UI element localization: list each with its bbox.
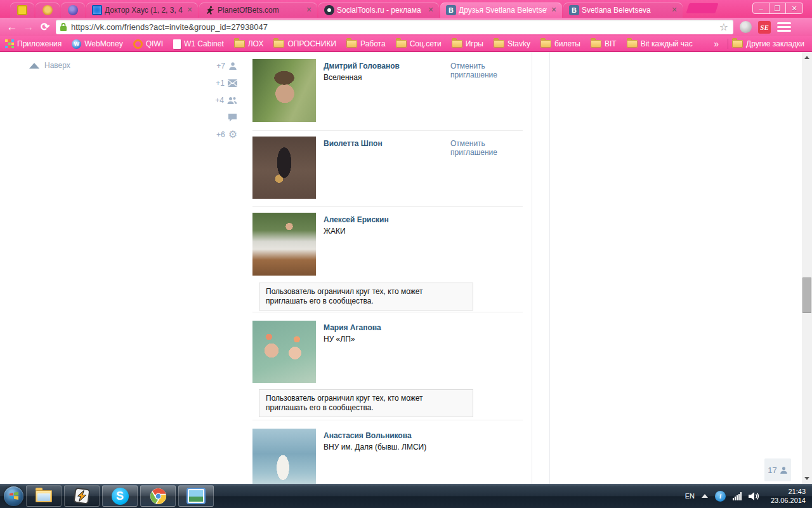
friend-info: НУ «ЛП» [324,335,355,344]
close-button[interactable]: ✕ [786,3,802,13]
cancel-invite-link[interactable]: Отменить приглашение [450,139,509,157]
start-button[interactable] [4,486,23,506]
bookmark-label: Игры [466,39,483,48]
taskbar-skype-button[interactable]: S [102,485,138,507]
network-signal-icon[interactable] [733,492,742,500]
bookmark-label: Stavky [508,39,530,48]
close-icon[interactable]: ✕ [304,6,313,15]
folder-icon [234,40,245,48]
close-icon[interactable]: ✕ [670,6,679,15]
restore-button[interactable]: ❐ [769,3,786,13]
tab-socialtools[interactable]: SocialTools.ru - реклама ✕ [318,3,439,18]
show-hidden-icons[interactable] [702,494,708,498]
violet-globe-icon [68,5,78,15]
scroll-down-icon[interactable] [804,477,809,480]
friend-info: Вселенная [324,73,362,82]
counter-profile[interactable]: +7 [216,62,237,70]
bookmark-folder-bilety[interactable]: билеты [540,39,580,48]
back-to-top-link[interactable]: Наверх [29,61,70,70]
info-tray-icon[interactable]: i [715,491,726,502]
friend-name-link[interactable]: Мария Агапова [324,323,381,332]
chrome-icon [150,488,167,505]
bookmark-webmoney[interactable]: W WebMoney [72,39,122,49]
bookmark-label: билеты [554,39,580,48]
reload-button[interactable]: ⟳ [37,20,53,35]
cancel-invite-link[interactable]: Отменить приглашение [450,62,509,79]
volume-icon[interactable] [749,491,760,501]
friends-icon [227,96,237,105]
tab-vk-profile[interactable]: B Svetlana Belevtseva ✕ [563,3,683,18]
bookmark-folder-socseti[interactable]: Соц.сети [396,39,442,48]
other-bookmarks-button[interactable]: Другие закладки [732,39,804,48]
profile-photo[interactable] [252,213,316,276]
tab-vk-friends-active[interactable]: B Друзья Svetlana Belevtseva ✕ [440,3,562,18]
page-scrollbar[interactable] [802,52,812,484]
tab-doktor-haus[interactable]: Доктор Хаус (1, 2, 3, 4, 5, 6 ✕ [86,3,198,18]
scroll-up-icon[interactable] [804,56,809,59]
tab-label: Доктор Хаус (1, 2, 3, 4, 5, 6 [105,6,183,15]
close-icon[interactable]: ✕ [426,6,435,15]
back-button[interactable]: ← [4,20,20,35]
profile-photo[interactable] [252,321,316,383]
bookmark-folder-bit[interactable]: BIT [591,39,617,48]
taskbar-image-viewer-button[interactable] [178,485,214,507]
bookmarks-bar: Приложения W WebMoney QIWI W1 Cabinet ЛО… [0,36,812,52]
bookmark-folder-bit-kazhdy-chas[interactable]: Bit каждый час [627,39,693,48]
clock[interactable]: 21:43 23.06.2014 [767,487,806,505]
bookmark-folder-stavky[interactable]: Stavky [494,39,530,48]
close-icon[interactable]: ✕ [185,6,194,15]
taskbar-winamp-button[interactable] [64,485,100,507]
gold-coins-icon [43,5,53,15]
folder-icon [627,40,638,48]
tab-planetofbets[interactable]: PlanetOfBets.com ✕ [199,3,317,18]
screen: Доктор Хаус (1, 2, 3, 4, 5, 6 ✕ PlanetOf… [0,0,812,508]
taskbar-chrome-button[interactable] [140,485,176,507]
globe-extension-icon[interactable] [740,21,752,33]
friend-name-link[interactable]: Алексей Ерискин [324,215,389,224]
friends-online-badge[interactable]: 17 [764,458,791,481]
friend-name-link[interactable]: Дмитрий Голованов [324,62,400,70]
folder-icon [396,40,407,48]
scrollbar-thumb[interactable] [802,277,811,313]
minimize-button[interactable]: – [753,3,769,13]
bookmarks-overflow-chevron[interactable]: » [709,39,724,49]
chrome-menu-icon[interactable] [777,22,791,33]
address-bar[interactable]: https://vk.com/friends?act=invite&group_… [56,20,733,34]
language-indicator[interactable]: EN [685,492,695,500]
counter-friends[interactable]: +4 [215,96,237,105]
close-icon[interactable]: ✕ [549,6,558,15]
bookmark-qiwi[interactable]: QIWI [133,39,163,49]
pinned-tab-1[interactable] [10,3,34,18]
skype-icon: S [112,488,129,505]
friend-name-link[interactable]: Анастасия Вольникова [324,431,412,440]
bookmark-apps[interactable]: Приложения [5,39,62,48]
profile-photo[interactable] [252,137,316,199]
bookmark-folder-oprosniki[interactable]: ОПРОСНИКИ [273,39,336,48]
counter-settings[interactable]: +6 ⚙ [216,130,237,139]
bookmark-folder-igry[interactable]: Игры [452,39,483,48]
lock-icon [60,22,67,32]
taskbar-explorer-button[interactable] [26,485,62,507]
messages-icon [228,79,237,87]
row-separator [252,130,523,131]
pinned-tab-2[interactable] [36,3,60,18]
runner-icon [205,5,215,15]
column-divider [549,52,550,484]
bookmark-folder-rabota[interactable]: Работа [346,39,386,48]
pinned-tab-3[interactable] [61,3,85,18]
bookmark-folder-loh[interactable]: ЛОХ [234,39,264,48]
up-arrow-icon [29,63,39,69]
bookmark-star-icon[interactable]: ☆ [718,21,730,33]
folder-icon [494,40,504,48]
vk-icon: B [446,5,456,15]
yellow-card-icon [17,5,27,15]
counter-comments[interactable] [225,113,237,122]
bookmark-label: Другие закладки [746,39,804,48]
profile-photo[interactable] [252,429,316,484]
bookmark-w1-cabinet[interactable]: W1 Cabinet [173,39,224,49]
friend-name-link[interactable]: Виолетта Шпон [324,139,383,148]
counter-messages[interactable]: +1 [216,79,237,88]
profile-photo[interactable] [252,59,316,122]
se-extension-icon[interactable]: SE [758,21,771,34]
profile-icon [780,466,788,474]
